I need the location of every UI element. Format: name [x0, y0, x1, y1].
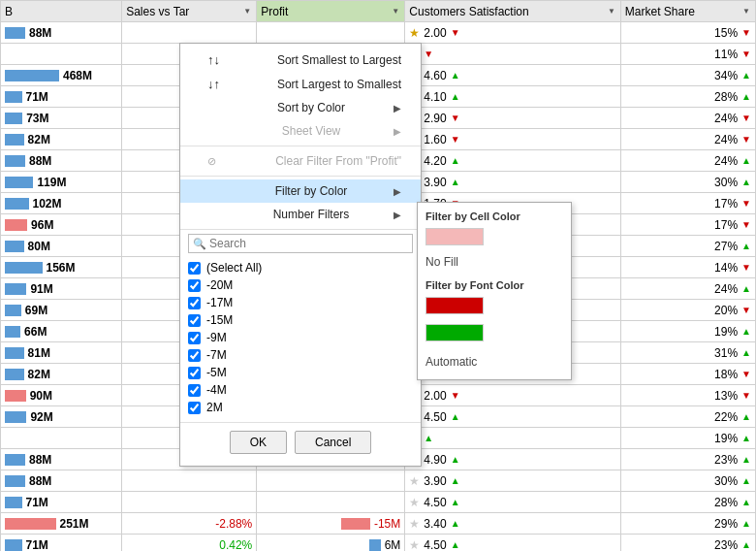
e-cell: ★3.40▲: [405, 513, 621, 535]
ok-button[interactable]: OK: [230, 431, 287, 454]
c-cell: [122, 470, 257, 492]
col-b-label: B: [5, 5, 13, 18]
checkbox-input[interactable]: [188, 332, 201, 344]
automatic-option[interactable]: Automatic: [425, 352, 563, 372]
f-cell: 24%▼: [620, 129, 755, 150]
no-fill-option[interactable]: No Fill: [425, 252, 563, 272]
f-cell: 20%▼: [620, 300, 755, 321]
col-f-filter-btn[interactable]: ▼: [740, 5, 753, 18]
checkbox-input[interactable]: [188, 314, 201, 327]
menu-sep-2: [180, 176, 421, 177]
checkbox-item[interactable]: (Select All): [188, 259, 413, 276]
c-cell: [122, 22, 257, 44]
f-cell: 29%▲: [620, 513, 755, 535]
checkbox-item[interactable]: -20M: [188, 276, 413, 294]
b-cell: 88M: [1, 449, 122, 470]
checkbox-input[interactable]: [188, 279, 201, 292]
checkbox-label: -9M: [206, 331, 227, 344]
e-cell: ★1.60▼: [405, 129, 621, 150]
d-cell: [257, 22, 405, 44]
checkbox-item[interactable]: -15M: [188, 311, 413, 329]
checkbox-label: -7M: [206, 348, 227, 362]
checkbox-input[interactable]: [188, 262, 201, 275]
b-cell: 88M: [1, 150, 122, 172]
b-cell: 80M: [1, 236, 122, 257]
col-d-filter-btn[interactable]: ▼: [389, 5, 402, 18]
e-cell: ★4.10▲: [405, 86, 621, 108]
clear-filter-icon: ⊘: [207, 155, 216, 168]
f-cell: 28%▲: [620, 86, 755, 108]
checkbox-item[interactable]: -9M: [188, 329, 413, 346]
filter-color-arrow: ▶: [394, 186, 401, 197]
filter-color-submenu: Filter by Cell Color No Fill Filter by F…: [417, 202, 572, 380]
b-cell: 71M: [1, 86, 122, 108]
b-cell: 91M: [1, 278, 122, 300]
checkbox-input[interactable]: [188, 402, 201, 414]
font-color-green-swatch[interactable]: [425, 324, 484, 341]
checkbox-input[interactable]: [188, 384, 201, 397]
f-cell: 24%▼: [620, 108, 755, 129]
f-cell: 24%▲: [620, 150, 755, 172]
col-d-label: Profit: [261, 5, 288, 18]
sheet-view-label: Sheet View: [282, 124, 341, 138]
f-cell: 23%▲: [620, 535, 755, 552]
f-cell: 18%▼: [620, 364, 755, 385]
menu-clear-filter: ⊘ Clear Filter From "Profit": [180, 149, 421, 173]
b-cell: 73M: [1, 108, 122, 129]
b-cell: 119M: [1, 172, 122, 193]
filter-search-input[interactable]: [209, 237, 408, 250]
c-cell: -2.88%: [122, 513, 257, 535]
menu-number-filters[interactable]: Number Filters ▶: [180, 203, 421, 226]
font-color-section: Filter by Font Color Automatic: [425, 279, 563, 372]
checkbox-item[interactable]: 2M: [188, 399, 413, 416]
col-c-filter-btn[interactable]: ▼: [240, 5, 254, 18]
checkbox-item[interactable]: -5M: [188, 364, 413, 381]
checkbox-input[interactable]: [188, 297, 201, 309]
e-cell: ★4.20▲: [405, 150, 621, 172]
font-color-title: Filter by Font Color: [425, 279, 563, 291]
f-cell: 30%▲: [620, 172, 755, 193]
col-e-label: Customers Satisfaction: [409, 5, 528, 18]
f-cell: 23%▲: [620, 449, 755, 470]
col-e-filter-btn[interactable]: ▼: [605, 5, 618, 18]
f-cell: 14%▼: [620, 257, 755, 278]
checkbox-label: (Select All): [206, 261, 262, 275]
spreadsheet-container: B Sales vs Tar ▼ Profit ▼ Customers Sati…: [0, 0, 756, 551]
font-color-red-swatch[interactable]: [425, 297, 484, 314]
checkbox-item[interactable]: -4M: [188, 381, 413, 399]
checkbox-input[interactable]: [188, 367, 201, 379]
f-cell: 34%▲: [620, 65, 755, 86]
table-row: 88M★2.00▼15%▼: [1, 22, 756, 44]
e-cell: ★4.60▲: [405, 65, 621, 86]
checkbox-label: 2M: [206, 401, 223, 414]
b-cell: 88M: [1, 470, 122, 492]
cell-color-swatch[interactable]: [425, 228, 484, 245]
d-cell: -15M: [257, 513, 405, 535]
b-cell: 156M: [1, 257, 122, 278]
cell-color-swatch-container: [425, 228, 563, 252]
menu-sort-color[interactable]: Sort by Color ▶: [180, 96, 421, 119]
checkbox-item[interactable]: -7M: [188, 346, 413, 364]
checkbox-label: -4M: [206, 383, 227, 397]
e-cell: ★3.90▲: [405, 470, 621, 492]
sort-desc-icon: ↓↑: [207, 77, 220, 91]
checkbox-label: -20M: [206, 278, 233, 292]
menu-filter-color[interactable]: Filter by Color ▶: [180, 179, 421, 203]
checkbox-input[interactable]: [188, 349, 201, 362]
filter-buttons: OK Cancel: [180, 422, 421, 462]
b-cell: 71M: [1, 492, 122, 513]
e-cell: ★4.90▲: [405, 449, 621, 470]
checkbox-label: -17M: [206, 296, 233, 309]
checkbox-item[interactable]: -17M: [188, 294, 413, 311]
b-cell: 251M: [1, 513, 122, 535]
col-d-header: Profit ▼: [257, 1, 405, 22]
f-cell: 19%▲: [620, 321, 755, 342]
cancel-button[interactable]: Cancel: [295, 431, 371, 454]
e-cell: ★▲: [405, 428, 621, 449]
e-cell: ★2.00▼: [405, 22, 621, 44]
f-cell: 31%▲: [620, 342, 755, 364]
menu-sort-desc[interactable]: ↓↑ Sort Largest to Smallest: [180, 72, 421, 96]
number-filters-label: Number Filters: [273, 208, 350, 221]
menu-sort-asc[interactable]: ↑↓ Sort Smallest to Largest: [180, 48, 421, 72]
b-cell: 96M: [1, 214, 122, 236]
